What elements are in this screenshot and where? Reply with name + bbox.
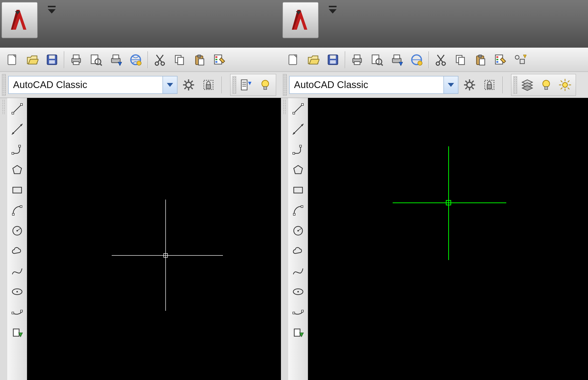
svg-rect-71 xyxy=(20,310,22,312)
new-button[interactable] xyxy=(3,51,21,69)
save-button[interactable] xyxy=(43,51,61,69)
svg-rect-46 xyxy=(241,80,247,90)
publish-icon xyxy=(410,54,423,66)
polyline-tool[interactable] xyxy=(291,142,306,157)
construction-line-tool[interactable] xyxy=(10,122,25,137)
copy-button[interactable] xyxy=(171,51,189,69)
svg-rect-147 xyxy=(293,213,295,215)
cloud-icon xyxy=(11,245,23,257)
spline-tool[interactable] xyxy=(10,264,25,279)
svg-rect-12 xyxy=(73,62,79,65)
toolbar-separator xyxy=(345,51,345,68)
plot-button[interactable] xyxy=(107,51,125,69)
svg-line-137 xyxy=(294,104,302,113)
toolbar-lock-button[interactable] xyxy=(200,76,217,94)
application-menu-button[interactable] xyxy=(282,2,319,38)
toolbar-grip[interactable] xyxy=(2,74,6,96)
svg-point-112 xyxy=(467,82,472,88)
print-button[interactable] xyxy=(67,51,85,69)
print-button[interactable] xyxy=(348,51,366,69)
workspace-dropdown-button[interactable] xyxy=(163,76,177,93)
quick-access-dropdown-icon[interactable] xyxy=(328,5,337,15)
print-preview-button[interactable] xyxy=(368,51,386,69)
cut-button[interactable] xyxy=(432,51,450,69)
workspace-selected: AutoCAD Classic xyxy=(9,79,163,90)
save-icon xyxy=(46,54,58,66)
properties-panel-button[interactable] xyxy=(238,76,255,94)
save-button[interactable] xyxy=(324,51,342,69)
line-tool[interactable] xyxy=(291,101,306,116)
arc-tool[interactable] xyxy=(291,203,306,218)
toolbox-grip-column[interactable] xyxy=(0,98,7,380)
toolbar-lock-button[interactable] xyxy=(481,76,498,94)
toolbar-grip[interactable] xyxy=(513,76,517,94)
polyline-tool[interactable] xyxy=(10,142,25,157)
open-button[interactable] xyxy=(304,51,322,69)
application-menu-button[interactable] xyxy=(1,2,38,38)
layer-on-button[interactable] xyxy=(537,76,555,94)
copy-button[interactable] xyxy=(452,51,470,69)
toolbox-grip-column[interactable] xyxy=(281,98,288,380)
polygon-tool[interactable] xyxy=(10,162,25,177)
match-properties-button[interactable] xyxy=(491,51,509,69)
rectangle-tool[interactable] xyxy=(10,183,25,198)
layer-manager-button[interactable] xyxy=(519,76,536,94)
polygon-tool[interactable] xyxy=(291,162,306,177)
svg-marker-50 xyxy=(248,82,251,85)
insert-block-tool[interactable] xyxy=(291,325,306,340)
standard-toolbar xyxy=(281,48,588,72)
cut-button[interactable] xyxy=(151,51,169,69)
layer-freeze-button[interactable] xyxy=(556,76,574,94)
ellipse-tool[interactable] xyxy=(291,284,306,299)
workspace-dropdown-button[interactable] xyxy=(443,76,458,93)
ellipse-tool[interactable] xyxy=(10,284,25,299)
rectangle-tool[interactable] xyxy=(291,183,306,198)
svg-rect-86 xyxy=(354,62,360,65)
circle-tool[interactable] xyxy=(291,223,306,238)
drawing-canvas[interactable] xyxy=(27,98,281,380)
svg-point-67 xyxy=(17,230,18,231)
polyline-icon xyxy=(11,144,23,155)
workspace-settings-button[interactable] xyxy=(180,76,197,94)
layer-on-button[interactable] xyxy=(257,76,274,94)
revision-cloud-tool[interactable] xyxy=(10,244,25,259)
workspace-combo[interactable]: AutoCAD Classic xyxy=(289,76,459,94)
svg-point-151 xyxy=(297,230,299,231)
drawing-canvas[interactable] xyxy=(308,98,588,380)
publish-button[interactable] xyxy=(127,51,145,69)
workspace-settings-button[interactable] xyxy=(461,76,478,94)
insert-block-tool[interactable] xyxy=(10,325,25,340)
print-preview-button[interactable] xyxy=(87,51,105,69)
paste-button[interactable] xyxy=(472,51,489,69)
ellipse-arc-tool[interactable] xyxy=(10,304,25,320)
toolbar-grip[interactable] xyxy=(283,74,287,96)
gear-icon xyxy=(182,78,195,92)
plot-button[interactable] xyxy=(388,51,406,69)
svg-rect-106 xyxy=(496,59,498,60)
publish-button[interactable] xyxy=(408,51,425,69)
toolbar-grip[interactable] xyxy=(232,76,236,94)
arc-tool[interactable] xyxy=(10,203,25,218)
revision-cloud-tool[interactable] xyxy=(291,244,306,259)
svg-rect-70 xyxy=(12,312,14,314)
svg-rect-83 xyxy=(330,60,336,64)
svg-marker-34 xyxy=(167,83,173,87)
construction-line-tool[interactable] xyxy=(291,122,306,137)
insert-block-icon xyxy=(11,326,23,338)
svg-rect-102 xyxy=(478,55,482,57)
paste-button[interactable] xyxy=(190,51,208,69)
circle-tool[interactable] xyxy=(10,223,25,238)
open-button[interactable] xyxy=(23,51,41,69)
block-editor-button[interactable] xyxy=(511,51,529,69)
svg-rect-55 xyxy=(20,104,22,105)
layers-floater xyxy=(511,74,576,96)
quick-access-dropdown-icon[interactable] xyxy=(47,5,56,15)
ellipse-arc-tool[interactable] xyxy=(291,304,306,320)
spline-tool[interactable] xyxy=(291,264,306,279)
svg-point-24 xyxy=(161,62,165,65)
match-properties-button[interactable] xyxy=(210,51,228,69)
new-button[interactable] xyxy=(284,51,302,69)
line-tool[interactable] xyxy=(10,101,25,116)
svg-line-133 xyxy=(561,80,562,82)
workspace-combo[interactable]: AutoCAD Classic xyxy=(8,76,178,94)
